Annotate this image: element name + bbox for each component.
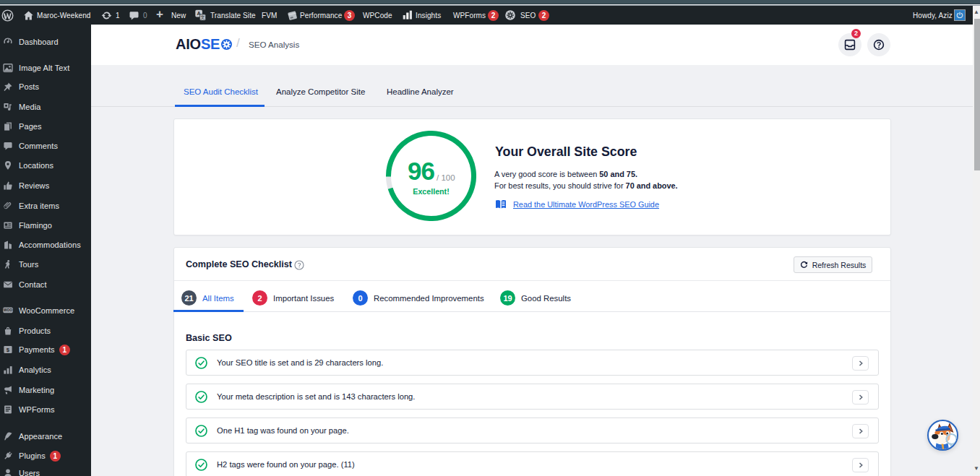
svg-text:文: 文: [200, 14, 205, 20]
svg-text:WOO: WOO: [4, 308, 12, 312]
svg-text:$: $: [7, 347, 10, 353]
